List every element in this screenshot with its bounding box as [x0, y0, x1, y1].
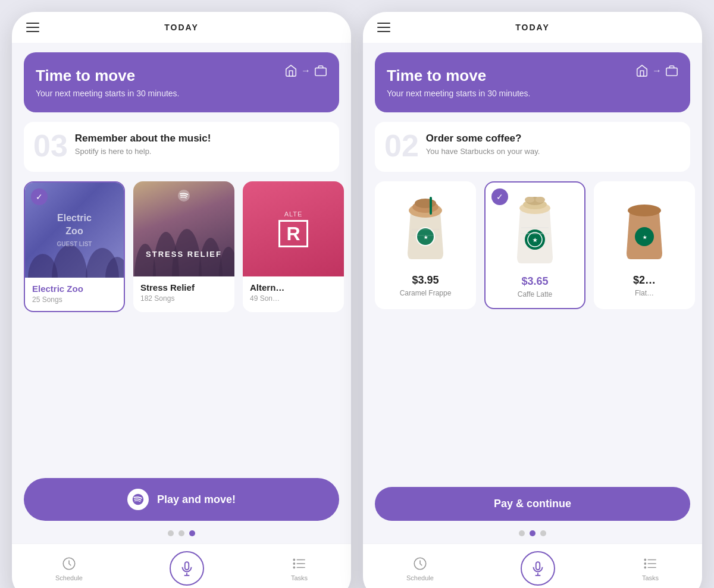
left-nav-schedule-label: Schedule: [55, 574, 83, 581]
right-suggestion-title: Order some coffee?: [426, 133, 540, 144]
left-cta-label: Play and move!: [157, 493, 236, 506]
right-bottom-nav: Schedule: [363, 543, 702, 588]
electric-zoo-name: Electric Zoo: [32, 284, 117, 294]
svg-point-50: [644, 563, 646, 564]
left-hero-icons: →: [284, 64, 327, 77]
svg-rect-0: [315, 68, 326, 76]
caffe-latte-price: $3.65: [521, 275, 548, 288]
svg-point-39: [628, 205, 661, 216]
clock-icon: [61, 555, 77, 572]
stress-relief-count: 182 Songs: [140, 294, 227, 303]
right-dot-1: [519, 530, 525, 536]
left-phone: TODAY → Time to move Your next meeting s…: [12, 12, 351, 588]
left-suggestion-desc: Spotify is here to help.: [75, 147, 211, 156]
right-hero-icons: →: [635, 64, 678, 77]
left-dot-3: [189, 530, 195, 536]
right-suggestion-card: 02 Order some coffee? You have Starbucks…: [375, 122, 690, 172]
right-hero-title: Time to move: [387, 67, 678, 85]
right-nav-tasks-label: Tasks: [642, 574, 659, 581]
left-nav-tasks-label: Tasks: [291, 574, 308, 581]
flat-price: $2…: [633, 274, 656, 287]
caffe-latte-check: ✓: [491, 188, 508, 205]
left-nav-tasks[interactable]: Tasks: [291, 555, 308, 581]
svg-rect-12: [185, 562, 189, 570]
right-header-title: TODAY: [515, 23, 549, 32]
right-tasks-icon: [642, 555, 659, 572]
right-cta-button[interactable]: Pay & continue: [375, 487, 690, 521]
right-nav-mic[interactable]: [521, 551, 555, 586]
electric-zoo-count: 25 Songs: [32, 295, 117, 304]
caramel-frappe-img: ★: [396, 191, 455, 268]
left-dot-2: [178, 530, 184, 536]
right-coffees: ★ $3.95 Caramel Frappe ✓: [363, 181, 702, 309]
coffee-caffe-latte[interactable]: ✓ ★: [484, 181, 585, 309]
caffe-latte-name: Caffe Latte: [518, 290, 553, 298]
right-hero-subtitle: Your next meeting starts in 30 minutes.: [387, 89, 678, 98]
left-cta-button[interactable]: Play and move!: [24, 478, 339, 521]
alternative-name: Altern…: [250, 282, 337, 293]
left-dots: [12, 530, 351, 536]
svg-text:★: ★: [424, 235, 428, 240]
left-suggestion-title: Remember about the music!: [75, 133, 211, 144]
svg-rect-43: [536, 562, 540, 570]
right-mic-button[interactable]: [521, 551, 555, 586]
right-nav-schedule-label: Schedule: [406, 574, 434, 581]
svg-point-18: [293, 559, 295, 560]
right-nav-schedule[interactable]: Schedule: [406, 555, 434, 581]
right-phone: TODAY → Time to move Your next meeting s…: [363, 12, 702, 588]
spotify-icon: [127, 489, 149, 510]
electric-zoo-thumb: Electric Zoo GUEST LIST ✓: [25, 183, 124, 278]
svg-point-5: [134, 244, 156, 276]
left-suggestion-number: 03: [33, 130, 68, 161]
right-nav-tasks[interactable]: Tasks: [642, 555, 659, 581]
svg-point-19: [293, 563, 295, 564]
svg-point-33: [536, 197, 545, 203]
svg-point-2: [52, 245, 87, 278]
coffee-caramel-frappe[interactable]: ★ $3.95 Caramel Frappe: [375, 181, 476, 309]
left-dot-1: [168, 530, 174, 536]
right-suggestion-desc: You have Starbucks on your way.: [426, 147, 540, 156]
svg-text:★: ★: [643, 235, 647, 240]
left-nav-schedule[interactable]: Schedule: [55, 555, 83, 581]
svg-point-20: [293, 567, 295, 568]
left-suggestion-card: 03 Remember about the music! Spotify is …: [24, 122, 339, 172]
left-hero-banner: → Time to move Your next meeting starts …: [24, 52, 339, 112]
left-hero-subtitle: Your next meeting starts in 30 minutes.: [36, 89, 327, 98]
coffee-flat[interactable]: ★ $2… Flat…: [594, 181, 695, 309]
svg-text:★: ★: [533, 237, 538, 243]
left-hero-title: Time to move: [36, 67, 327, 85]
right-menu-button[interactable]: [377, 23, 390, 32]
right-dots: [363, 530, 702, 536]
right-dot-2: [530, 530, 536, 536]
flat-name: Flat…: [635, 289, 654, 297]
tasks-icon: [291, 555, 308, 572]
right-cta-label: Pay & continue: [494, 498, 571, 510]
svg-point-32: [525, 197, 534, 203]
playlist-alternative[interactable]: ALTE R Altern… 49 Son…: [243, 181, 344, 312]
left-bottom-nav: Schedule: [12, 543, 351, 588]
alternative-thumb: ALTE R: [243, 181, 344, 276]
right-dot-3: [540, 530, 546, 536]
caramel-frappe-name: Caramel Frappe: [400, 289, 452, 297]
right-suggestion-number: 02: [384, 130, 419, 161]
left-header: TODAY: [12, 12, 351, 43]
stress-relief-name: Stress Relief: [140, 282, 227, 293]
left-menu-button[interactable]: [26, 23, 39, 32]
caramel-frappe-price: $3.95: [412, 274, 439, 287]
left-nav-mic[interactable]: [170, 551, 204, 586]
right-header: TODAY: [363, 12, 702, 43]
electric-zoo-label: Electric Zoo GUEST LIST: [50, 212, 99, 249]
playlist-electric-zoo[interactable]: Electric Zoo GUEST LIST ✓ Electric Zoo 2…: [24, 181, 125, 312]
svg-point-51: [644, 567, 646, 568]
svg-rect-21: [666, 68, 677, 76]
right-hero-banner: → Time to move Your next meeting starts …: [375, 52, 690, 112]
alternative-count: 49 Son…: [250, 294, 337, 303]
flat-img: ★: [615, 191, 674, 268]
left-playlists: Electric Zoo GUEST LIST ✓ Electric Zoo 2…: [12, 181, 351, 312]
svg-rect-28: [430, 197, 432, 215]
electric-zoo-check: ✓: [31, 188, 48, 205]
playlist-stress-relief[interactable]: STRESS RELIEF Stress Relief 182 Songs: [133, 181, 234, 312]
mic-button[interactable]: [170, 551, 204, 586]
svg-point-49: [644, 559, 646, 560]
right-clock-icon: [412, 555, 428, 572]
